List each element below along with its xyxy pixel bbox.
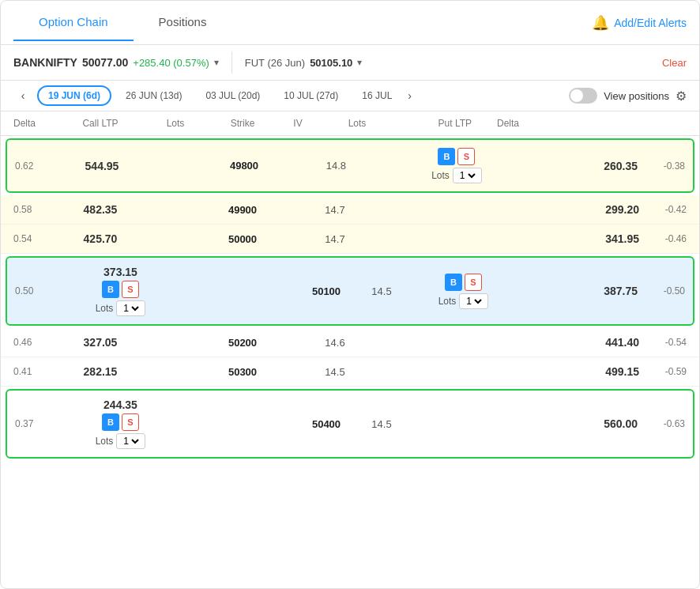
instrument-selector[interactable]: BANKNIFTY 50077.00 +285.40 (0.57%) ▾ [13,56,219,69]
instrument-price: 50077.00 [82,56,128,69]
call-buy-button-50100[interactable]: B [102,281,119,298]
call-lots-select-50400[interactable]: 123 [120,435,141,447]
call-sell-button-50100[interactable]: S [122,281,139,298]
expiry-bar: ‹ 19 JUN (6d) 26 JUN (13d) 03 JUL (20d) … [1,81,699,111]
put-sell-button-50100[interactable]: S [465,274,482,291]
tab-positions[interactable]: Positions [134,4,232,41]
put-lots-dropdown-49800[interactable]: 123 [453,168,482,183]
expiry-pill-1[interactable]: 26 JUN (13d) [116,87,191,104]
instrument-change: +285.40 (0.57%) [133,57,209,69]
call-ltp-49800: 544.95 [62,160,141,172]
call-ltp-49900: 482.35 [61,203,140,216]
strike-50300: 50300 [211,366,274,378]
tab-bar: Option Chain Positions 🔔 Add/Edit Alerts [1,1,699,45]
call-ltp-50300: 282.15 [61,365,140,378]
gear-icon[interactable]: ⚙ [676,89,687,104]
future-price: 50105.10 [310,57,352,69]
put-lots-selector-49800: Lots 123 [431,168,482,183]
lots-label-49800: Lots [431,170,450,181]
strike-49800: 49800 [213,160,276,172]
option-row-49900: 0.58 482.35 49900 14.7 299.20 -0.42 [1,195,699,225]
col-lots: Lots [140,118,211,129]
put-lots-selector-50100: Lots 123 [438,293,489,309]
tab-option-chain[interactable]: Option Chain [13,4,134,41]
strike-50100: 50100 [295,285,358,297]
clear-button[interactable]: Clear [662,57,687,69]
call-delta-50400: 0.37 [15,418,62,429]
strike-50000: 50000 [211,233,274,245]
future-dropdown-arrow[interactable]: ▾ [357,57,362,68]
lots-label-put-50100: Lots [438,296,457,307]
put-delta-50000: -0.46 [639,233,687,244]
view-positions-toggle[interactable] [569,88,597,104]
col-strike: Strike [211,118,274,129]
call-delta-50000: 0.54 [13,233,61,244]
call-ltp-50000: 425.70 [61,232,140,245]
call-delta-50200: 0.46 [13,337,61,348]
col-lots2: Lots [322,118,393,129]
view-positions-group: View positions ⚙ [569,88,687,104]
call-ltp-val-50100: 373.15 [103,266,137,278]
call-delta-49800: 0.62 [15,160,62,172]
put-ltp-50300: 499.15 [517,365,639,378]
expiry-more-arrow[interactable]: › [408,89,412,102]
future-selector[interactable]: FUT (26 Jun) 50105.10 ▾ [245,57,363,69]
iv-50400: 14.5 [358,418,405,430]
call-delta-50100: 0.50 [15,285,62,296]
put-delta-49900: -0.42 [639,204,687,215]
call-sell-button-50400[interactable]: S [122,413,139,431]
put-lots-dropdown-50100[interactable]: 123 [459,293,488,309]
put-delta-49800: -0.38 [638,160,685,172]
call-lots-selector-50100: Lots 123 [96,300,146,316]
call-ltp-val-50400: 244.35 [103,398,137,411]
option-row-50300: 0.41 282.15 50300 14.5 499.15 -0.59 [1,357,699,387]
expiry-pill-3[interactable]: 10 JUL (27d) [274,87,348,104]
expiry-prev-arrow[interactable]: ‹ [13,86,32,105]
vertical-divider [231,51,232,74]
iv-50100: 14.5 [358,285,405,297]
option-row-50100: 0.50 373.15 B S Lots 123 50100 14.5 B S [6,256,694,326]
put-buy-button-50100[interactable]: B [445,274,462,291]
put-bs-buttons-49800: B S [438,148,475,165]
put-buy-button-49800[interactable]: B [438,148,455,165]
call-lots-dropdown-50100[interactable]: 123 [116,300,145,316]
put-lots-select-50100[interactable]: 123 [463,295,484,308]
option-row-50000: 0.54 425.70 50000 14.7 341.95 -0.46 [1,225,699,254]
instrument-bar: BANKNIFTY 50077.00 +285.40 (0.57%) ▾ FUT… [1,45,699,81]
call-ltp-cell-50100: 373.15 B S Lots 123 [62,266,179,316]
call-lots-select-50100[interactable]: 123 [120,302,141,315]
call-buy-button-50400[interactable]: B [102,413,119,431]
instrument-name: BANKNIFTY [13,56,77,69]
put-ltp-49800: 260.35 [517,160,638,172]
option-row-50200: 0.46 327.05 50200 14.6 441.40 -0.54 [1,328,699,357]
lots-label-call-50100: Lots [96,303,114,314]
col-delta2: Delta [472,118,519,129]
expiry-pill-2[interactable]: 03 JUL (20d) [196,87,269,104]
lots-label-call-50400: Lots [96,436,114,447]
table-header: Delta Call LTP Lots Strike IV Lots Put L… [1,111,699,136]
instrument-dropdown-arrow[interactable]: ▾ [214,57,219,68]
bell-icon: 🔔 [592,14,609,32]
expiry-pill-4[interactable]: 16 JUL [352,87,401,104]
put-delta-50100: -0.50 [638,285,685,296]
tabs-left: Option Chain Positions [13,4,231,41]
col-iv: IV [274,118,322,129]
add-edit-alerts-button[interactable]: 🔔 Add/Edit Alerts [592,14,687,32]
iv-49800: 14.8 [276,160,397,172]
call-lots-selector-50400: Lots 123 [96,433,146,449]
col-call-ltp: Call LTP [61,118,140,129]
call-delta-50300: 0.41 [13,366,61,377]
call-bs-buttons-50400: B S [102,413,139,431]
put-sell-button-49800[interactable]: S [457,148,475,165]
add-edit-alerts-label: Add/Edit Alerts [614,17,687,29]
call-ltp-50200: 327.05 [61,336,140,349]
call-lots-dropdown-50400[interactable]: 123 [116,433,145,449]
future-label: FUT (26 Jun) [245,57,305,69]
iv-50200: 14.6 [274,337,396,349]
put-ltp-50100: 387.75 [521,285,638,297]
col-delta: Delta [13,118,61,129]
put-lots-cell-49800: B S Lots 123 [397,148,517,183]
put-lots-select-49800[interactable]: 123 [457,169,478,182]
expiry-pill-0[interactable]: 19 JUN (6d) [37,85,111,106]
put-ltp-50200: 441.40 [517,336,639,349]
